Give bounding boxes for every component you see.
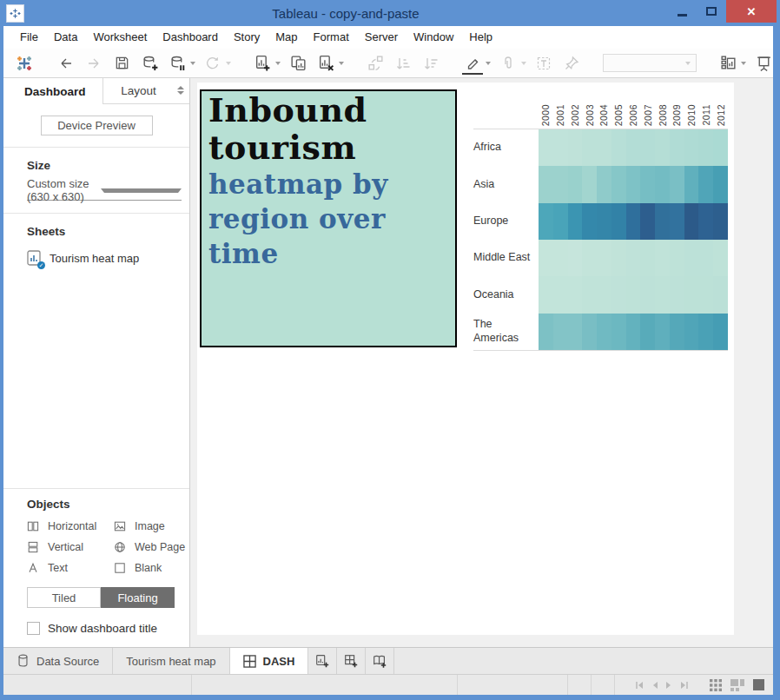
heatmap-cell-middle-east-2004[interactable] — [597, 240, 611, 276]
tab-layout[interactable]: Layout — [102, 78, 174, 103]
highlight-button[interactable] — [462, 52, 491, 75]
heatmap-cell-europe-2002[interactable] — [568, 203, 583, 240]
heatmap-cell-asia-2006[interactable] — [626, 166, 641, 202]
new-worksheet-button[interactable] — [252, 53, 281, 74]
heatmap-cell-asia-2000[interactable] — [539, 166, 553, 202]
heatmap-cell-africa-2001[interactable] — [553, 129, 568, 166]
menu-format[interactable]: Format — [306, 26, 357, 49]
heatmap-cell-middle-east-2003[interactable] — [582, 240, 597, 276]
size-dropdown[interactable]: Custom size (630 x 630) — [27, 181, 182, 201]
heatmap-cell-asia-2010[interactable] — [684, 166, 699, 202]
heatmap-cell-africa-2006[interactable] — [626, 129, 641, 166]
menu-data[interactable]: Data — [46, 26, 85, 49]
show-mark-labels-button[interactable] — [533, 53, 554, 74]
duplicate-sheet-button[interactable] — [288, 53, 308, 74]
run-update-button[interactable] — [202, 53, 231, 74]
fit-combo[interactable] — [603, 54, 697, 72]
heatmap-cell-the-americas-2012[interactable] — [713, 314, 728, 350]
previous-sheet-icon[interactable] — [651, 681, 658, 690]
fix-axes-button[interactable] — [561, 53, 582, 74]
tourism-heatmap[interactable]: 2000200120022003200420052006200720082009… — [473, 91, 728, 432]
clear-sheet-button[interactable] — [315, 53, 344, 74]
heatmap-cell-the-americas-2002[interactable] — [568, 314, 583, 350]
heatmap-cell-oceania-2012[interactable] — [713, 276, 728, 313]
heatmap-cell-asia-2007[interactable] — [640, 166, 655, 202]
heatmap-cell-africa-2009[interactable] — [670, 129, 684, 166]
heatmap-cell-europe-2005[interactable] — [611, 203, 626, 240]
save-button[interactable] — [111, 53, 132, 74]
object-blank[interactable]: Blank — [113, 560, 189, 576]
menu-file[interactable]: File — [12, 26, 46, 49]
show-sheet-sorter-icon[interactable] — [710, 679, 722, 691]
chevron-down-icon[interactable] — [226, 62, 231, 65]
heatmap-cell-middle-east-2000[interactable] — [539, 240, 553, 276]
menu-map[interactable]: Map — [268, 26, 305, 49]
heatmap-cell-middle-east-2010[interactable] — [684, 240, 699, 276]
object-vertical[interactable]: Vertical — [26, 539, 113, 555]
heatmap-cell-middle-east-2011[interactable] — [698, 240, 713, 276]
chevron-down-icon[interactable] — [190, 62, 195, 65]
sheet-tab-dash[interactable]: DASH — [230, 648, 309, 674]
heatmap-cell-the-americas-2000[interactable] — [539, 314, 553, 350]
show-tabs-icon[interactable] — [753, 679, 764, 690]
heatmap-cell-asia-2001[interactable] — [553, 166, 568, 202]
heatmap-cell-africa-2000[interactable] — [539, 129, 553, 166]
heatmap-cell-the-americas-2004[interactable] — [597, 314, 611, 350]
heatmap-cell-europe-2004[interactable] — [597, 203, 611, 240]
new-dashboard-tab-button[interactable] — [337, 648, 366, 674]
heatmap-cell-oceania-2003[interactable] — [582, 276, 597, 313]
heatmap-cell-oceania-2002[interactable] — [568, 276, 583, 313]
heatmap-cell-the-americas-2005[interactable] — [611, 314, 626, 350]
show-hide-cards-button[interactable] — [717, 53, 746, 74]
heatmap-cell-the-americas-2001[interactable] — [553, 314, 568, 350]
heatmap-cell-africa-2010[interactable] — [684, 129, 699, 166]
heatmap-cell-europe-2009[interactable] — [670, 203, 684, 240]
heatmap-cell-oceania-2011[interactable] — [698, 276, 713, 313]
group-members-button[interactable] — [498, 53, 526, 74]
menu-help[interactable]: Help — [461, 26, 500, 49]
tableau-logo-icon[interactable] — [14, 53, 35, 74]
heatmap-cell-europe-2000[interactable] — [539, 203, 553, 240]
undo-button[interactable] — [56, 53, 76, 74]
presentation-mode-button[interactable] — [753, 53, 774, 74]
redo-button[interactable] — [83, 53, 104, 74]
heatmap-cell-middle-east-2005[interactable] — [611, 240, 626, 276]
heatmap-cell-the-americas-2011[interactable] — [698, 314, 713, 350]
chevron-down-icon[interactable] — [275, 62, 281, 65]
sheet-tab-tourism-heat-map[interactable]: Tourism heat map — [113, 648, 229, 674]
heatmap-cell-europe-2010[interactable] — [684, 203, 699, 240]
heatmap-cell-europe-2003[interactable] — [582, 203, 597, 240]
heatmap-cell-middle-east-2009[interactable] — [670, 240, 684, 276]
dashboard-surface[interactable]: Inbound tourism heatmap by region over t… — [197, 83, 734, 635]
heatmap-cell-the-americas-2009[interactable] — [670, 314, 684, 350]
new-story-tab-button[interactable] — [366, 648, 394, 674]
heatmap-cell-middle-east-2006[interactable] — [626, 240, 641, 276]
next-sheet-icon[interactable] — [665, 681, 672, 690]
menu-worksheet[interactable]: Worksheet — [85, 26, 155, 49]
object-image[interactable]: Image — [113, 518, 189, 534]
heatmap-cell-the-americas-2008[interactable] — [655, 314, 670, 350]
close-button[interactable]: ✕ — [726, 0, 777, 23]
tiled-button[interactable]: Tiled — [27, 587, 101, 608]
device-preview-button[interactable]: Device Preview — [41, 116, 153, 135]
object-text[interactable]: Text — [26, 560, 113, 576]
heatmap-cell-europe-2011[interactable] — [698, 203, 713, 240]
heatmap-cell-africa-2002[interactable] — [568, 129, 583, 166]
heatmap-cell-the-americas-2007[interactable] — [640, 314, 655, 350]
heatmap-cell-asia-2012[interactable] — [713, 166, 728, 202]
menu-window[interactable]: Window — [406, 26, 461, 49]
sidebar-sheet-tourism-heat-map[interactable]: ✓ Tourism heat map — [3, 238, 189, 279]
heatmap-cell-asia-2005[interactable] — [611, 166, 626, 202]
heatmap-cell-oceania-2000[interactable] — [539, 276, 553, 313]
chevron-down-icon[interactable] — [521, 62, 526, 65]
tab-dashboard[interactable]: Dashboard — [3, 78, 102, 104]
menu-server[interactable]: Server — [357, 26, 406, 49]
heatmap-cell-oceania-2007[interactable] — [640, 276, 655, 313]
sort-ascending-button[interactable] — [393, 53, 413, 74]
heatmap-cell-oceania-2006[interactable] — [626, 276, 641, 313]
heatmap-cell-europe-2001[interactable] — [553, 203, 568, 240]
heatmap-cell-middle-east-2001[interactable] — [553, 240, 568, 276]
heatmap-cell-europe-2006[interactable] — [626, 203, 641, 240]
heatmap-cell-middle-east-2012[interactable] — [713, 240, 728, 276]
heatmap-cell-the-americas-2003[interactable] — [582, 314, 597, 350]
